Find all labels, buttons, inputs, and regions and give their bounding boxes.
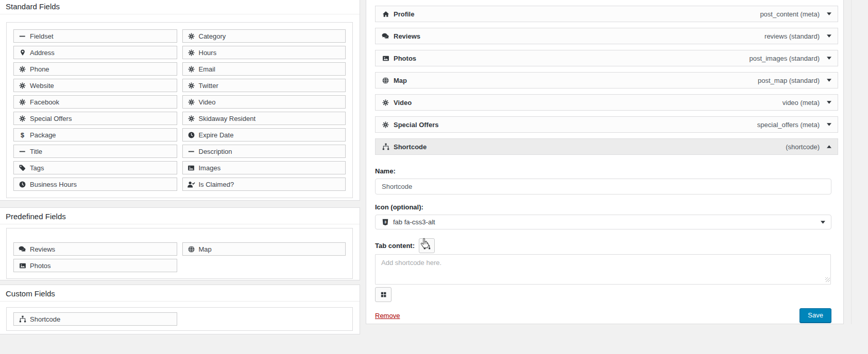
- cog-icon: [188, 66, 195, 73]
- field-button-description[interactable]: Description: [182, 145, 346, 158]
- field-button-map[interactable]: Map: [182, 242, 346, 256]
- accordion-row-map[interactable]: Map post_map (standard): [375, 72, 838, 88]
- insert-shortcode-button[interactable]: [419, 238, 435, 253]
- save-button[interactable]: Save: [799, 308, 831, 323]
- tab-content-label: Tab content:: [375, 242, 415, 250]
- grid-button[interactable]: [375, 287, 392, 302]
- icon-select-value: fab fa-css3-alt: [393, 218, 821, 226]
- field-button-photos[interactable]: Photos: [13, 259, 177, 272]
- cog-icon: [19, 82, 26, 89]
- field-button-shortcode[interactable]: Shortcode: [13, 312, 177, 326]
- field-button-website[interactable]: Website: [13, 79, 177, 92]
- dollar-icon: $: [19, 131, 26, 138]
- textarea-resize-handle[interactable]: [825, 277, 830, 282]
- field-button-package[interactable]: $ Package: [13, 128, 177, 141]
- accordion-row-profile[interactable]: Profile post_content (meta): [375, 6, 838, 22]
- accordion-rows: Profile post_content (meta) Reviews revi…: [375, 6, 838, 133]
- field-button-expire-date[interactable]: Expire Date: [182, 128, 346, 141]
- predefined-fields-panel: Predefined Fields Reviews Map Photos: [0, 207, 360, 280]
- accordion-row-title: Shortcode: [394, 143, 427, 151]
- field-button-category[interactable]: Category: [182, 29, 346, 43]
- clock-icon: [19, 181, 26, 188]
- tag-icon: [19, 165, 26, 171]
- image-icon: [19, 262, 26, 269]
- cog-icon: [188, 82, 195, 89]
- cog-icon: [19, 66, 26, 73]
- field-button-images[interactable]: Images: [182, 161, 346, 174]
- cog-icon: [188, 99, 195, 105]
- caret-down-icon: [827, 123, 831, 126]
- field-button-special-offers[interactable]: Special Offers: [13, 112, 177, 125]
- custom-fields-heading: Custom Fields: [0, 285, 360, 302]
- caret-down-icon: [827, 101, 831, 104]
- field-button-title[interactable]: Title: [13, 145, 177, 158]
- accordion-row-reviews[interactable]: Reviews reviews (standard): [375, 28, 838, 44]
- cog-icon: [19, 99, 26, 105]
- name-input[interactable]: [375, 179, 831, 194]
- globe-icon: [188, 246, 195, 253]
- custom-fields-list: Shortcode: [6, 307, 353, 331]
- accordion-row-meta: (shortcode): [786, 143, 820, 151]
- accordion-row-special-offers[interactable]: Special Offers special_offers (meta): [375, 116, 838, 133]
- comments-icon: [19, 246, 26, 253]
- field-button-tags[interactable]: Tags: [13, 161, 177, 174]
- image-icon: [188, 165, 195, 171]
- remove-link[interactable]: Remove: [375, 312, 400, 320]
- cog-icon: [188, 115, 195, 122]
- cog-icon: [382, 121, 389, 128]
- field-button-fieldset[interactable]: Fieldset: [13, 29, 177, 43]
- caret-down-icon: [827, 57, 831, 60]
- cog-icon: [188, 49, 195, 56]
- accordion-row-shortcode[interactable]: Shortcode (shortcode): [375, 138, 838, 155]
- tab-content-textarea[interactable]: [375, 254, 831, 285]
- field-button-skidaway-resident[interactable]: Skidaway Resident: [182, 112, 346, 125]
- field-button-video[interactable]: Video: [182, 95, 346, 109]
- accordion-row-photos[interactable]: Photos post_images (standard): [375, 50, 838, 66]
- caret-down-icon: [827, 79, 831, 82]
- field-button-business-hours[interactable]: Business Hours: [13, 178, 177, 191]
- caret-down-icon: [827, 34, 831, 38]
- image-icon: [382, 55, 389, 62]
- map-marker-icon: [19, 49, 26, 56]
- field-button-hours[interactable]: Hours: [182, 46, 346, 59]
- caret-down-icon: [827, 12, 831, 15]
- tabs-builder-panel: Profile post_content (meta) Reviews revi…: [366, 0, 844, 324]
- column-divider: [851, 0, 852, 324]
- custom-fields-panel: Custom Fields Shortcode: [0, 285, 360, 334]
- caret-down-icon: [821, 221, 825, 224]
- predefined-fields-heading: Predefined Fields: [0, 208, 360, 224]
- svg-text:3: 3: [384, 220, 386, 224]
- grid-icon: [380, 291, 387, 298]
- shortcode-icon: [382, 143, 389, 150]
- shortcode-icon: [423, 242, 431, 250]
- standard-fields-panel: Standard Fields Fieldset Category Addres…: [0, 0, 360, 201]
- standard-fields-list: Fieldset Category Address Hours Phone Em…: [6, 22, 353, 198]
- field-button-address[interactable]: Address: [13, 46, 177, 59]
- clock-icon: [188, 132, 195, 138]
- minus-icon: [19, 148, 26, 155]
- user-check-icon: [188, 181, 195, 188]
- field-button-reviews[interactable]: Reviews: [13, 242, 177, 256]
- field-button-is-claimed[interactable]: Is Claimed?: [182, 178, 346, 191]
- field-button-twitter[interactable]: Twitter: [182, 79, 346, 92]
- cog-icon: [188, 33, 195, 40]
- predefined-fields-list: Reviews Map Photos: [6, 228, 353, 279]
- field-button-facebook[interactable]: Facebook: [13, 95, 177, 109]
- icon-select[interactable]: 3 fab fa-css3-alt: [375, 215, 831, 229]
- css3-icon: 3: [381, 219, 389, 226]
- accordion-row-video[interactable]: Video video (meta): [375, 94, 838, 111]
- home-icon: [382, 11, 389, 17]
- standard-fields-heading: Standard Fields: [0, 0, 360, 14]
- svg-text:$: $: [21, 132, 24, 139]
- cog-icon: [382, 99, 389, 106]
- field-button-email[interactable]: Email: [182, 62, 346, 76]
- globe-icon: [382, 77, 389, 84]
- caret-up-icon: [827, 145, 831, 148]
- name-label: Name:: [375, 167, 831, 175]
- icon-label: Icon (optional):: [375, 203, 831, 211]
- cog-icon: [19, 115, 26, 122]
- minus-icon: [19, 33, 26, 40]
- shortcode-editor: Name: Icon (optional): 3 fab fa-css3-alt…: [375, 167, 831, 323]
- shortcode-icon: [19, 315, 26, 323]
- field-button-phone[interactable]: Phone: [13, 62, 177, 76]
